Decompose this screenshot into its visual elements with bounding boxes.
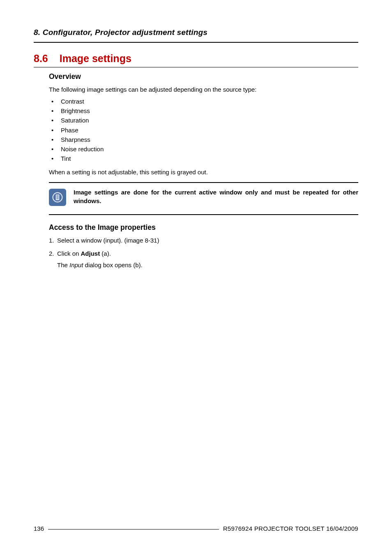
step2-sub: The Input dialog box opens (b). <box>49 261 358 270</box>
footer-doc: R5976924 PROJECTOR TOOLSET 16/04/2009 <box>223 525 358 532</box>
access-heading: Access to the Image properties <box>49 223 358 232</box>
list-item: Tint <box>50 154 358 163</box>
section-title: Image settings <box>60 53 131 65</box>
overview-heading: Overview <box>49 72 358 81</box>
footer-line <box>48 529 219 530</box>
header-rule <box>34 42 358 43</box>
note-block: Image settings are done for the current … <box>49 182 358 215</box>
section-rule <box>34 67 358 67</box>
content-area: Overview The following image settings ca… <box>34 72 358 270</box>
step2-bold: Adjust <box>81 250 100 257</box>
access-steps: Select a window (input). (image 8-31) Cl… <box>49 236 358 258</box>
list-item: Phase <box>50 125 358 135</box>
overview-intro: The following image settings can be adju… <box>49 85 358 94</box>
step2-pre: Click on <box>57 250 81 257</box>
sub-post: dialog box opens (b). <box>83 261 142 268</box>
chapter-header: 8. Configurator, Projector adjustment se… <box>34 28 358 37</box>
list-item: Noise reduction <box>50 144 358 154</box>
list-item: Saturation <box>50 116 358 125</box>
page-number: 136 <box>34 525 44 532</box>
step-2: Click on Adjust (a). <box>49 249 358 258</box>
overview-list: Contrast Brightness Saturation Phase Sha… <box>49 97 358 164</box>
step2-post: (a). <box>100 250 111 257</box>
section-heading: 8.6 Image settings <box>34 53 358 65</box>
list-item: Brightness <box>50 106 358 116</box>
list-item: Contrast <box>50 97 358 106</box>
list-item: Sharpness <box>50 135 358 144</box>
overview-after: When a setting is not adjustable, this s… <box>49 168 358 177</box>
sub-pre: The <box>57 261 69 268</box>
note-icon <box>49 189 66 206</box>
section-number: 8.6 <box>34 53 48 65</box>
note-text: Image settings are done for the current … <box>74 188 358 205</box>
step-1: Select a window (input). (image 8-31) <box>49 236 358 245</box>
footer: 136 R5976924 PROJECTOR TOOLSET 16/04/200… <box>34 525 358 532</box>
sub-italic: Input <box>69 261 83 268</box>
